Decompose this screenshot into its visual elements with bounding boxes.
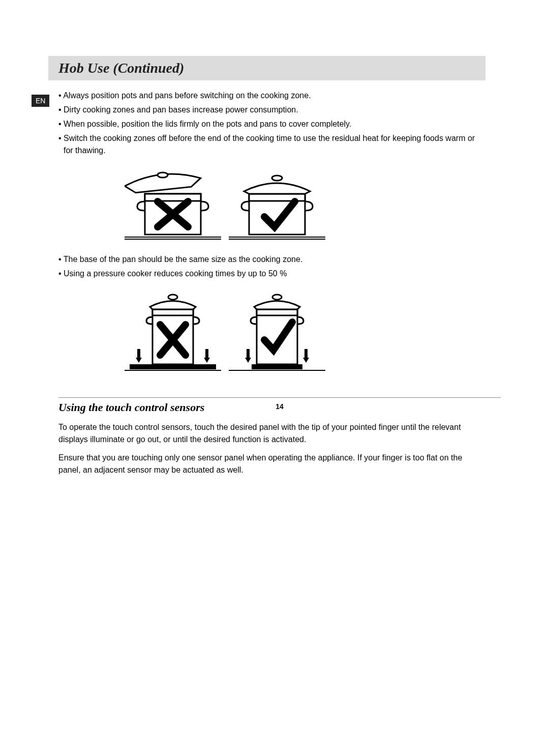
figure-pan-size [125, 289, 485, 375]
pot-correct-size-icon [229, 289, 325, 375]
svg-point-14 [168, 295, 177, 300]
bullet-item: • Always position pots and pans before s… [58, 90, 485, 102]
pot-wrong-icon [125, 166, 221, 242]
svg-point-4 [158, 172, 168, 178]
svg-point-19 [272, 295, 282, 300]
bullet-item: • Dirty cooking zones and pan bases incr… [58, 104, 485, 116]
pot-correct-icon [229, 166, 325, 242]
bullet-text: Dirty cooking zones and pan bases increa… [64, 105, 298, 114]
svg-rect-13 [152, 309, 193, 315]
bullet-item: • The base of the pan should be the same… [58, 253, 485, 266]
page-title: Hob Use (Continued) [58, 60, 184, 76]
pot-correct-size [229, 289, 318, 375]
pot-wrong-size-icon [125, 289, 221, 375]
bullet-text: Always position pots and pans before swi… [63, 91, 311, 100]
bullet-item: • Switch the cooking zones off before th… [58, 132, 485, 157]
page-footer: 14 [58, 397, 501, 411]
pot-correct-lid [229, 166, 318, 242]
bullet-text: Using a pressure cooker reduces cooking … [64, 269, 287, 278]
pot-wrong-size [125, 289, 214, 375]
svg-point-9 [272, 176, 282, 181]
bullet-item: • Using a pressure cooker reduces cookin… [58, 268, 485, 280]
svg-rect-18 [257, 309, 297, 315]
bullet-item: • When possible, position the lids firml… [58, 118, 485, 130]
figure-lid-placement [125, 166, 485, 242]
svg-rect-3 [145, 194, 201, 201]
bullet-text: When possible, position the lids firmly … [64, 120, 351, 128]
pot-wrong-lid [125, 166, 214, 242]
page-number: 14 [276, 402, 284, 411]
bullet-text: The base of the pan should be the same s… [64, 255, 303, 264]
bullet-text: Switch the cooking zones off before the … [64, 134, 475, 155]
content-area: • Always position pots and pans before s… [48, 80, 485, 476]
language-badge: EN [32, 95, 49, 107]
header-bar: Hob Use (Continued) [48, 56, 485, 80]
paragraph: To operate the touch control sensors, to… [58, 421, 485, 446]
paragraph: Ensure that you are touching only one se… [58, 452, 485, 476]
